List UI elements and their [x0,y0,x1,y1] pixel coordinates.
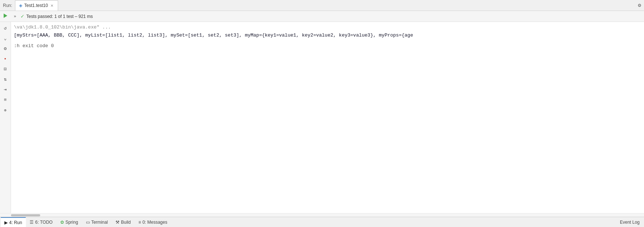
play-button[interactable] [1,12,10,20]
terminal-tab-label: Terminal [91,220,108,225]
sidebar-stop-icon[interactable]: ▪ [1,54,10,64]
sidebar-settings-icon[interactable]: ⚙ [1,44,10,53]
sidebar-sort-icon[interactable]: ⇅ [1,75,10,84]
play-icon [4,14,7,19]
sidebar-pin-icon[interactable]: ⊕ [1,105,10,115]
scrollbar-thumb[interactable] [11,214,40,216]
bottom-tab-bar: ▶ 4: Run ☰ 6: TODO ✿ Spring ▭ Terminal ⚒… [0,217,644,227]
sidebar-list-icon[interactable]: ≡ [1,95,10,105]
sidebar-rerun-icon[interactable]: ↺ [1,23,10,33]
console-output: \va\jdk1.8.0_102\bin\java.exe" ... [mySt… [11,22,644,213]
messages-tab-label: 0: Messages [143,220,167,225]
build-tab-label: Build [121,220,131,225]
console-spacer [11,39,644,42]
messages-tab-icon: ≡ [139,220,141,225]
sidebar-import-icon[interactable]: ⇥ [1,85,10,94]
bottom-right-area: Event Log [616,217,643,227]
terminal-tab-icon: ▭ [86,220,90,225]
toolbar: » ✓ Tests passed: 1 of 1 test – 921 ms [0,11,644,22]
bottom-tab-build[interactable]: ⚒ Build [112,217,135,227]
todo-tab-label: 6: TODO [35,220,53,225]
sidebar-chevron-icon[interactable]: ⌄ [1,34,10,43]
main-area: ↺ ⌄ ⚙ ▪ ⊡ ⇅ ⇥ ≡ ⊕ \va\jdk1.8.0_102\bin\j… [0,22,644,213]
bottom-tab-run[interactable]: ▶ 4: Run [1,217,26,227]
event-log-label: Event Log [620,220,640,225]
tab-name: Test1.test10 [24,3,48,8]
bottom-tab-messages[interactable]: ≡ 0: Messages [135,217,171,227]
todo-tab-icon: ☰ [30,220,34,225]
chevron-icon: » [14,14,16,19]
console-line-1: \va\jdk1.8.0_102\bin\java.exe" ... [11,23,644,31]
tests-passed-label: Tests passed: 1 of 1 test – 921 ms [26,14,93,19]
test-status: ✓ Tests passed: 1 of 1 test – 921 ms [20,14,93,19]
run-tab-icon: ▶ [4,220,8,225]
spring-tab-icon: ✿ [60,220,64,225]
check-icon: ✓ [20,14,24,19]
run-tab-label: 4: Run [9,220,22,225]
bottom-tab-todo[interactable]: ☰ 6: TODO [26,217,57,227]
sidebar: ↺ ⌄ ⚙ ▪ ⊡ ⇅ ⇥ ≡ ⊕ [0,22,11,213]
spring-tab-label: Spring [65,220,78,225]
build-tab-icon: ⚒ [115,220,120,225]
top-tab-bar: Run: ◈ Test1.test10 ✕ ⚙ [0,0,644,11]
bottom-tab-terminal[interactable]: ▭ Terminal [82,217,112,227]
expand-chevron-button[interactable]: » [11,12,19,20]
run-label: Run: [3,3,12,8]
tab-close-button[interactable]: ✕ [50,3,54,8]
event-log-button[interactable]: Event Log [616,217,643,227]
horizontal-scrollbar[interactable] [0,213,644,217]
test-tab[interactable]: ◈ Test1.test10 ✕ [15,0,58,11]
tab-icon: ◈ [19,3,22,8]
bottom-tab-spring[interactable]: ✿ Spring [57,217,82,227]
console-line-2: [myStrs=[AAA, BBB, CCC], myList=[list1, … [11,31,644,39]
top-settings-icon[interactable]: ⚙ [638,2,641,8]
sidebar-camera-icon[interactable]: ⊡ [1,64,10,74]
console-line-3: :h exit code 0 [11,42,644,50]
